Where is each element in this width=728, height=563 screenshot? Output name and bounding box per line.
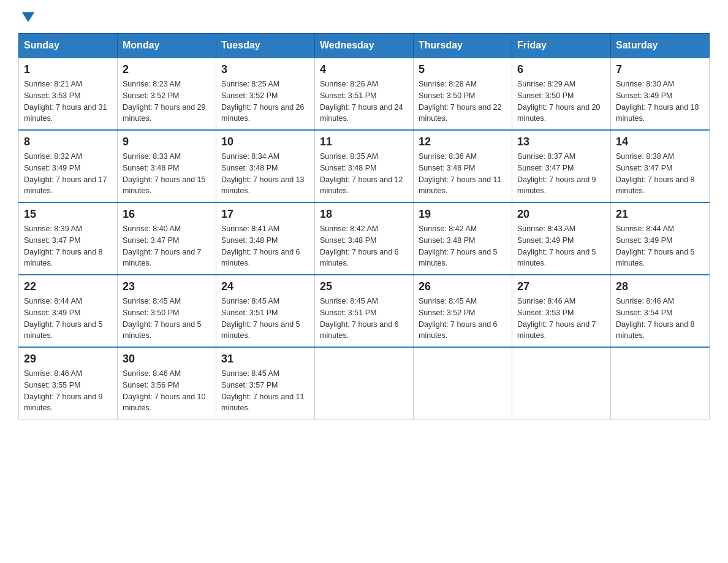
day-info: Sunrise: 8:36 AMSunset: 3:48 PMDaylight:… xyxy=(419,152,502,195)
logo-triangle-icon xyxy=(22,12,34,22)
day-info: Sunrise: 8:45 AMSunset: 3:51 PMDaylight:… xyxy=(221,297,300,340)
day-info: Sunrise: 8:45 AMSunset: 3:52 PMDaylight:… xyxy=(419,297,498,340)
day-cell: 20 Sunrise: 8:43 AMSunset: 3:49 PMDaylig… xyxy=(512,202,611,275)
week-row-2: 8 Sunrise: 8:32 AMSunset: 3:49 PMDayligh… xyxy=(19,130,710,202)
day-info: Sunrise: 8:45 AMSunset: 3:51 PMDaylight:… xyxy=(320,297,399,340)
day-number: 30 xyxy=(123,353,211,366)
day-cell: 17 Sunrise: 8:41 AMSunset: 3:48 PMDaylig… xyxy=(216,202,315,275)
day-info: Sunrise: 8:46 AMSunset: 3:53 PMDaylight:… xyxy=(517,297,596,340)
day-cell: 3 Sunrise: 8:25 AMSunset: 3:52 PMDayligh… xyxy=(216,58,315,130)
day-cell: 23 Sunrise: 8:45 AMSunset: 3:50 PMDaylig… xyxy=(118,275,216,347)
day-cell: 5 Sunrise: 8:28 AMSunset: 3:50 PMDayligh… xyxy=(414,58,512,130)
logo xyxy=(18,12,34,22)
day-cell: 10 Sunrise: 8:34 AMSunset: 3:48 PMDaylig… xyxy=(216,130,315,202)
week-row-3: 15 Sunrise: 8:39 AMSunset: 3:47 PMDaylig… xyxy=(19,202,710,275)
day-number: 22 xyxy=(24,280,112,293)
calendar-table: SundayMondayTuesdayWednesdayThursdayFrid… xyxy=(18,33,710,419)
day-cell: 7 Sunrise: 8:30 AMSunset: 3:49 PMDayligh… xyxy=(611,58,710,130)
day-info: Sunrise: 8:45 AMSunset: 3:50 PMDaylight:… xyxy=(123,297,202,340)
day-cell: 21 Sunrise: 8:44 AMSunset: 3:49 PMDaylig… xyxy=(611,202,710,275)
day-number: 16 xyxy=(123,208,211,221)
header-monday: Monday xyxy=(118,34,216,58)
day-cell: 28 Sunrise: 8:46 AMSunset: 3:54 PMDaylig… xyxy=(611,275,710,347)
day-info: Sunrise: 8:29 AMSunset: 3:50 PMDaylight:… xyxy=(517,80,601,123)
day-number: 23 xyxy=(123,280,211,293)
day-cell: 31 Sunrise: 8:45 AMSunset: 3:57 PMDaylig… xyxy=(216,347,315,419)
day-cell: 29 Sunrise: 8:46 AMSunset: 3:55 PMDaylig… xyxy=(19,347,118,419)
day-number: 27 xyxy=(517,280,605,293)
day-cell: 9 Sunrise: 8:33 AMSunset: 3:48 PMDayligh… xyxy=(118,130,216,202)
page-header xyxy=(18,12,710,22)
day-number: 26 xyxy=(419,280,507,293)
day-number: 12 xyxy=(419,136,507,148)
day-info: Sunrise: 8:25 AMSunset: 3:52 PMDaylight:… xyxy=(221,80,305,123)
day-cell: 27 Sunrise: 8:46 AMSunset: 3:53 PMDaylig… xyxy=(512,275,611,347)
day-info: Sunrise: 8:21 AMSunset: 3:53 PMDaylight:… xyxy=(24,80,107,123)
day-cell: 25 Sunrise: 8:45 AMSunset: 3:51 PMDaylig… xyxy=(315,275,414,347)
day-number: 1 xyxy=(24,63,112,76)
day-number: 28 xyxy=(616,280,704,293)
day-cell xyxy=(414,347,512,419)
day-number: 3 xyxy=(221,63,309,76)
day-cell: 12 Sunrise: 8:36 AMSunset: 3:48 PMDaylig… xyxy=(414,130,512,202)
day-number: 9 xyxy=(123,136,211,148)
day-cell xyxy=(512,347,611,419)
day-number: 8 xyxy=(24,136,112,148)
day-info: Sunrise: 8:44 AMSunset: 3:49 PMDaylight:… xyxy=(24,297,103,340)
day-cell: 1 Sunrise: 8:21 AMSunset: 3:53 PMDayligh… xyxy=(19,58,118,130)
day-number: 31 xyxy=(221,353,309,366)
day-cell: 26 Sunrise: 8:45 AMSunset: 3:52 PMDaylig… xyxy=(414,275,512,347)
day-number: 19 xyxy=(419,208,507,221)
day-info: Sunrise: 8:46 AMSunset: 3:54 PMDaylight:… xyxy=(616,297,695,340)
day-number: 21 xyxy=(616,208,704,221)
day-number: 20 xyxy=(517,208,605,221)
day-cell xyxy=(315,347,414,419)
header-friday: Friday xyxy=(512,34,611,58)
day-cell: 8 Sunrise: 8:32 AMSunset: 3:49 PMDayligh… xyxy=(19,130,118,202)
day-number: 5 xyxy=(419,63,507,76)
day-cell: 22 Sunrise: 8:44 AMSunset: 3:49 PMDaylig… xyxy=(19,275,118,347)
day-number: 15 xyxy=(24,208,112,221)
day-number: 18 xyxy=(320,208,408,221)
day-info: Sunrise: 8:39 AMSunset: 3:47 PMDaylight:… xyxy=(24,224,103,267)
day-cell: 30 Sunrise: 8:46 AMSunset: 3:56 PMDaylig… xyxy=(118,347,216,419)
day-info: Sunrise: 8:26 AMSunset: 3:51 PMDaylight:… xyxy=(320,80,403,123)
header-tuesday: Tuesday xyxy=(216,34,315,58)
day-info: Sunrise: 8:45 AMSunset: 3:57 PMDaylight:… xyxy=(221,369,305,412)
day-cell xyxy=(611,347,710,419)
day-number: 2 xyxy=(123,63,211,76)
day-number: 7 xyxy=(616,63,704,76)
week-row-4: 22 Sunrise: 8:44 AMSunset: 3:49 PMDaylig… xyxy=(19,275,710,347)
day-cell: 14 Sunrise: 8:38 AMSunset: 3:47 PMDaylig… xyxy=(611,130,710,202)
day-info: Sunrise: 8:38 AMSunset: 3:47 PMDaylight:… xyxy=(616,152,695,195)
day-info: Sunrise: 8:35 AMSunset: 3:48 PMDaylight:… xyxy=(320,152,403,195)
day-cell: 11 Sunrise: 8:35 AMSunset: 3:48 PMDaylig… xyxy=(315,130,414,202)
day-info: Sunrise: 8:32 AMSunset: 3:49 PMDaylight:… xyxy=(24,152,107,195)
day-info: Sunrise: 8:23 AMSunset: 3:52 PMDaylight:… xyxy=(123,80,206,123)
day-cell: 16 Sunrise: 8:40 AMSunset: 3:47 PMDaylig… xyxy=(118,202,216,275)
day-cell: 4 Sunrise: 8:26 AMSunset: 3:51 PMDayligh… xyxy=(315,58,414,130)
day-info: Sunrise: 8:34 AMSunset: 3:48 PMDaylight:… xyxy=(221,152,305,195)
day-number: 17 xyxy=(221,208,309,221)
header-thursday: Thursday xyxy=(414,34,512,58)
logo-blue-text xyxy=(18,12,34,22)
week-row-1: 1 Sunrise: 8:21 AMSunset: 3:53 PMDayligh… xyxy=(19,58,710,130)
week-row-5: 29 Sunrise: 8:46 AMSunset: 3:55 PMDaylig… xyxy=(19,347,710,419)
day-cell: 6 Sunrise: 8:29 AMSunset: 3:50 PMDayligh… xyxy=(512,58,611,130)
calendar-body: 1 Sunrise: 8:21 AMSunset: 3:53 PMDayligh… xyxy=(19,58,710,419)
header-saturday: Saturday xyxy=(611,34,710,58)
day-info: Sunrise: 8:42 AMSunset: 3:48 PMDaylight:… xyxy=(320,224,399,267)
day-info: Sunrise: 8:33 AMSunset: 3:48 PMDaylight:… xyxy=(123,152,206,195)
day-info: Sunrise: 8:30 AMSunset: 3:49 PMDaylight:… xyxy=(616,80,699,123)
day-number: 11 xyxy=(320,136,408,148)
day-number: 6 xyxy=(517,63,605,76)
day-number: 4 xyxy=(320,63,408,76)
day-info: Sunrise: 8:43 AMSunset: 3:49 PMDaylight:… xyxy=(517,224,596,267)
day-info: Sunrise: 8:42 AMSunset: 3:48 PMDaylight:… xyxy=(419,224,498,267)
day-info: Sunrise: 8:46 AMSunset: 3:56 PMDaylight:… xyxy=(123,369,206,412)
header-wednesday: Wednesday xyxy=(315,34,414,58)
day-cell: 24 Sunrise: 8:45 AMSunset: 3:51 PMDaylig… xyxy=(216,275,315,347)
header-row: SundayMondayTuesdayWednesdayThursdayFrid… xyxy=(19,34,710,58)
day-info: Sunrise: 8:46 AMSunset: 3:55 PMDaylight:… xyxy=(24,369,103,412)
day-cell: 15 Sunrise: 8:39 AMSunset: 3:47 PMDaylig… xyxy=(19,202,118,275)
